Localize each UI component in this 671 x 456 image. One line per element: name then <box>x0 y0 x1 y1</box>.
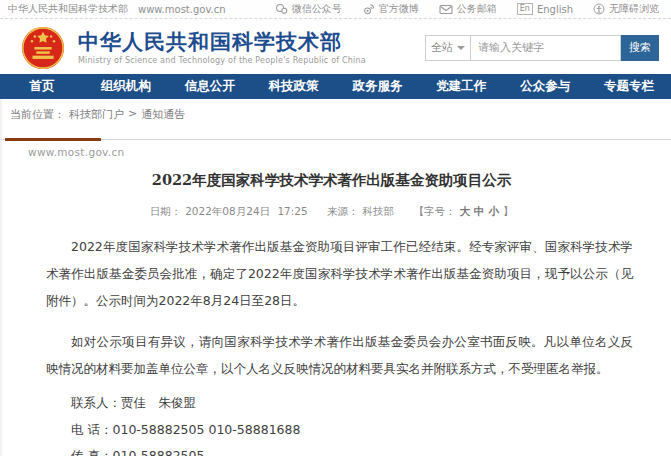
nav-item-gov-services[interactable]: 政务服务 <box>336 74 420 99</box>
weibo-label: 官方微博 <box>379 2 419 16</box>
site-header: 中华人民共和国科学技术部 Ministry of Science and Tec… <box>0 19 671 74</box>
breadcrumb-prefix: 当前位置： <box>10 107 65 122</box>
site-subtitle: Ministry of Science and Technology of th… <box>78 56 366 65</box>
english-link[interactable]: En English <box>517 3 573 15</box>
mail-label: 公务邮箱 <box>457 2 497 16</box>
top-utility-bar: 中华人民共和国科学技术部 www.most.gov.cn 微信公众号 官方微博 <box>0 0 671 19</box>
nav-item-special-topics[interactable]: 专题专栏 <box>587 74 671 99</box>
breadcrumb: 当前位置： 科技部门户 > 通知通告 <box>0 99 671 139</box>
topbar-site-url[interactable]: www.most.gov.cn <box>138 4 226 15</box>
topbar-site-name: 中华人民共和国科学技术部 <box>8 2 128 16</box>
nav-item-sci-policy[interactable]: 科技政策 <box>252 74 336 99</box>
contact-person-line: 联系人：贾佳 朱俊盟 <box>46 390 635 417</box>
contact-fax-label: 传 真： <box>71 448 112 456</box>
meta-date-label: 日期： <box>150 205 182 217</box>
article-meta: 日期：2022年08月24日 17:25 来源：科技部 【字号：大中小】 <box>28 205 635 219</box>
accessibility-icon <box>593 3 605 15</box>
article-body: 2022年度国家科学技术学术著作出版基金资助项目评审工作已经结束。经专家评审、国… <box>28 233 635 456</box>
chevron-down-icon <box>457 46 465 50</box>
page: 中华人民共和国科学技术部 www.most.gov.cn 微信公众号 官方微博 <box>0 0 671 456</box>
search-button[interactable]: 搜索 <box>621 35 659 61</box>
wechat-link[interactable]: 微信公众号 <box>275 2 342 16</box>
breadcrumb-current[interactable]: 通知通告 <box>141 107 185 122</box>
contact-fax-line: 传 真：010-58882505 <box>46 443 635 456</box>
weibo-link[interactable]: 官方微博 <box>362 2 419 16</box>
article-title: 2022年度国家科学技术学术著作出版基金资助项目公示 <box>28 171 635 190</box>
weibo-icon <box>362 3 375 15</box>
paragraph-2: 如对公示项目有异议，请向国家科学技术学术著作出版基金委员会办公室书面反映。凡以单… <box>46 328 635 382</box>
breadcrumb-portal-link[interactable]: 科技部门户 <box>69 107 124 122</box>
contact-phone-label: 电 话： <box>71 422 112 437</box>
topbar-site-identity: 中华人民共和国科学技术部 www.most.gov.cn <box>8 2 226 16</box>
accessibility-link[interactable]: 无障碍浏览 <box>593 2 659 16</box>
contact-person-value: 贾佳 朱俊盟 <box>121 395 196 410</box>
mail-icon <box>439 4 453 15</box>
meta-source-label: 来源： <box>327 205 359 217</box>
nav-item-info-disclosure[interactable]: 信息公开 <box>168 74 252 99</box>
paragraph-1: 2022年度国家科学技术学术著作出版基金资助项目评审工作已经结束。经专家评审、国… <box>46 233 635 314</box>
wechat-label: 微信公众号 <box>292 2 342 16</box>
breadcrumb-separator: > <box>128 107 137 120</box>
site-search: 全站 搜索 <box>425 35 659 61</box>
nav-item-organization[interactable]: 组织机构 <box>84 74 168 99</box>
search-scope-select[interactable]: 全站 <box>425 35 471 61</box>
wechat-icon <box>275 3 288 15</box>
meta-fontsize-suffix: 】 <box>503 205 514 217</box>
nav-item-public-participation[interactable]: 公众参与 <box>503 74 587 99</box>
meta-time-value: 17:25 <box>277 205 307 217</box>
font-size-small-button[interactable]: 小 <box>488 205 499 217</box>
main-nav: 首页 组织机构 信息公开 科技政策 政务服务 党建工作 公众参与 专题专栏 <box>0 74 671 99</box>
contact-person-label: 联系人： <box>71 395 121 410</box>
nav-item-party-building[interactable]: 党建工作 <box>419 74 503 99</box>
font-size-medium-button[interactable]: 中 <box>474 205 485 217</box>
font-size-large-button[interactable]: 大 <box>459 205 470 217</box>
meta-fontsize-prefix: 【字号： <box>413 205 455 217</box>
contact-phone-value: 010-58882505 010-58881688 <box>112 422 300 437</box>
en-icon: En <box>517 3 533 15</box>
tab-accent-bar <box>5 138 101 141</box>
search-scope-value: 全站 <box>431 40 453 55</box>
meta-source-value: 科技部 <box>363 205 395 217</box>
article-watermark-url: www.most.gov.cn <box>28 146 635 158</box>
meta-date-value: 2022年08月24日 <box>185 205 270 217</box>
brand-block[interactable]: 中华人民共和国科学技术部 Ministry of Science and Tec… <box>78 31 366 65</box>
site-title: 中华人民共和国科学技术部 <box>78 31 366 54</box>
topbar-quick-links: 微信公众号 官方微博 公务邮箱 En English <box>275 2 659 16</box>
national-emblem-logo <box>20 25 66 71</box>
contact-phone-line: 电 话：010-58882505 010-58881688 <box>46 417 635 444</box>
nav-item-home[interactable]: 首页 <box>0 74 84 99</box>
accessibility-label: 无障碍浏览 <box>609 2 659 16</box>
mail-link[interactable]: 公务邮箱 <box>439 2 497 16</box>
contact-fax-value: 010-58882505 <box>112 448 204 456</box>
search-input[interactable] <box>471 35 621 61</box>
english-label: English <box>537 4 573 15</box>
contact-block: 联系人：贾佳 朱俊盟 电 话：010-58882505 010-58881688… <box>46 390 635 456</box>
article: www.most.gov.cn 2022年度国家科学技术学术著作出版基金资助项目… <box>0 139 671 456</box>
